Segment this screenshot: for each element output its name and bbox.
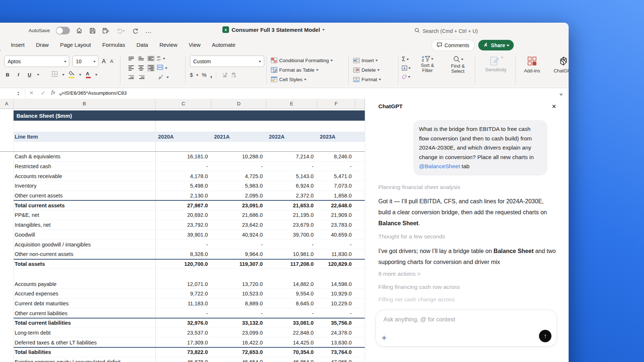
formula-input[interactable]: =IS!E6/365*Assumptions!C83 [61, 90, 127, 96]
orientation-icon[interactable]: ab↗ [158, 74, 164, 80]
cell-2021A[interactable]: 8,889.0 [211, 301, 266, 306]
cell-2022A[interactable]: 7,214.0 [266, 154, 317, 159]
table-row[interactable]: Long-term debt 23,537.0 23,099.0 22,848.… [0, 328, 365, 338]
decrease-decimal-icon[interactable]: .00→.0 [231, 72, 236, 78]
column-header[interactable]: D [211, 99, 266, 109]
spreadsheet-grid[interactable]: A B C D E F Balance Sheet ($mm) Line Ite… [0, 98, 365, 362]
ribbon-tab[interactable]: Page Layout [60, 42, 91, 51]
cell-2021A[interactable]: 23,091.0 [211, 203, 266, 208]
cell-2023A[interactable]: 10,929.0 [317, 291, 355, 297]
cell-2023A[interactable]: 7,073.0 [317, 183, 355, 189]
cell-2023A[interactable]: 5,471.0 [317, 173, 355, 179]
cell-2022A[interactable]: 14,882.0 [266, 281, 317, 287]
cell-2021A[interactable]: 2,095.0 [211, 193, 266, 199]
undo-icon[interactable]: ▾ [115, 27, 126, 34]
wrap-text-icon[interactable]: abc↩ [157, 56, 161, 61]
autosum-button[interactable]: Σ▾ [402, 56, 411, 63]
cell-2022A[interactable]: 14,425.0 [266, 340, 317, 346]
underline-button[interactable]: U [26, 72, 33, 78]
cell-2020A[interactable]: 23,537.0 [156, 330, 211, 336]
delete-cells-button[interactable]: Delete▾ [353, 65, 397, 75]
table-row[interactable]: Inventory 5,498.0 5,983.0 6,924.0 7,073.… [0, 181, 365, 191]
align-middle-icon[interactable] [137, 56, 145, 61]
close-icon[interactable]: ✕ [550, 102, 558, 110]
cell-2022A[interactable]: - [266, 163, 317, 169]
ribbon-tab[interactable]: Automate [212, 42, 235, 51]
title-chevron-down-icon[interactable]: ▾ [322, 28, 325, 31]
cell-2020A[interactable]: 73,822.0 [156, 349, 211, 355]
table-row[interactable]: Restricted cash - - - - [0, 162, 365, 171]
cell-2022A[interactable]: 5,143.0 [266, 173, 317, 179]
cell-2021A[interactable]: 46,654.0 [211, 359, 266, 362]
format-as-table-button[interactable]: Format as Table▾ [271, 65, 348, 75]
cell-2022A[interactable]: 21,653.0 [266, 203, 317, 208]
cell-2020A[interactable]: 5,498.0 [156, 183, 211, 189]
number-format-select[interactable]: Custom▾ [190, 56, 264, 67]
cell-2021A[interactable]: 33,132.0 [211, 320, 266, 326]
font-size-select[interactable]: 10▾ [72, 56, 98, 67]
cell-2023A[interactable]: 21,909.0 [317, 212, 355, 218]
ribbon-tab[interactable]: View [189, 42, 201, 51]
cell-2020A[interactable]: 27,987.0 [156, 203, 211, 208]
table-row[interactable]: PP&E, net 20,692.0 21,686.0 21,195.0 21,… [0, 210, 365, 220]
decrease-indent-icon[interactable] [127, 74, 135, 80]
align-bottom-icon[interactable] [147, 56, 155, 61]
shrink-font-icon[interactable]: Aˇ [110, 59, 114, 64]
cell-2022A[interactable]: 46,854.0 [266, 359, 317, 362]
cell-2020A[interactable]: 120,700.0 [156, 261, 211, 267]
table-row[interactable]: Total current assets 27,987.0 23,091.0 2… [0, 200, 365, 210]
table-row[interactable]: Existing common equity / accumulated def… [0, 357, 365, 362]
cell-2020A[interactable]: 2,130.0 [156, 193, 211, 199]
cell-2021A[interactable]: - [211, 163, 266, 169]
cell-2023A[interactable]: - [317, 310, 355, 316]
sort-filter-button[interactable]: AZ ▾ Sort & Filter [416, 56, 439, 80]
cell-2021A[interactable]: 9,964.0 [211, 251, 266, 257]
cell-2020A[interactable]: - [156, 163, 211, 169]
document-title[interactable]: Consumer Full 3 Statement Model [232, 27, 320, 33]
table-row[interactable]: Accounts payable 12,071.0 13,720.0 14,88… [0, 279, 365, 289]
cell-2020A[interactable]: - [156, 310, 211, 316]
cell-2023A[interactable]: 24,378.0 [317, 330, 355, 336]
table-row[interactable]: Other current liabilities - - - - [0, 308, 365, 318]
column-header[interactable]: A [0, 99, 14, 109]
table-row[interactable]: Accrued expenses 9,722.0 10,523.0 9,554.… [0, 289, 365, 299]
confirm-entry-icon[interactable]: ✓ [41, 90, 45, 96]
cell-2021A[interactable]: 5,983.0 [211, 183, 266, 189]
cell-2023A[interactable]: 11,830.0 [317, 251, 355, 257]
align-top-icon[interactable] [127, 56, 135, 61]
add-ins-button[interactable]: Add-ins [519, 56, 545, 73]
comments-button[interactable]: Comments [431, 39, 475, 51]
cell-2023A[interactable]: 73,764.0 [317, 349, 355, 355]
cell-2021A[interactable]: 23,099.0 [211, 330, 266, 336]
ribbon-tab[interactable]: Insert [11, 42, 25, 51]
cell-2022A[interactable]: 10,981.0 [266, 251, 317, 257]
column-header[interactable]: E [266, 99, 317, 109]
cell-2021A[interactable]: 10,523.0 [211, 291, 266, 297]
cell-2022A[interactable]: 8,645.0 [266, 301, 317, 306]
fill-button[interactable]: ▾ [402, 64, 411, 72]
cell-2020A[interactable]: 8,328.0 [156, 251, 211, 257]
align-right-icon[interactable] [147, 64, 155, 72]
chat-input[interactable]: Ask anything, @ for context + ↑ [375, 310, 557, 347]
cell-2020A[interactable]: 12,071.0 [156, 281, 211, 287]
fill-color-icon[interactable] [69, 71, 75, 78]
table-row[interactable]: Other current assets 2,130.0 2,095.0 2,3… [0, 191, 365, 201]
insert-cells-button[interactable]: Insert▾ [353, 56, 397, 65]
cell-2022A[interactable]: 6,924.0 [266, 183, 317, 189]
cell-2023A[interactable]: 1,858.0 [317, 193, 355, 199]
insert-function-icon[interactable]: fx [51, 89, 55, 95]
cell-2023A[interactable]: 8,246.0 [317, 154, 355, 159]
table-row[interactable] [0, 274, 365, 279]
borders-icon[interactable] [52, 71, 58, 78]
table-row[interactable]: Current debt maturities 11,183.0 8,889.0… [0, 299, 365, 309]
cell-2021A[interactable]: - [211, 242, 266, 248]
percent-format-icon[interactable]: % [202, 72, 207, 78]
cell-2021A[interactable]: - [211, 310, 266, 316]
cell-2020A[interactable]: 46,878.0 [156, 359, 211, 362]
cell-2021A[interactable]: 21,686.0 [211, 212, 266, 218]
chatgpt-ribbon-button[interactable]: ChatGPT [550, 56, 569, 73]
bold-button[interactable]: B [4, 72, 11, 78]
column-header[interactable]: C [156, 99, 211, 109]
cell-2020A[interactable]: - [156, 242, 211, 248]
cell-2022A[interactable]: 70,354.0 [266, 349, 317, 355]
